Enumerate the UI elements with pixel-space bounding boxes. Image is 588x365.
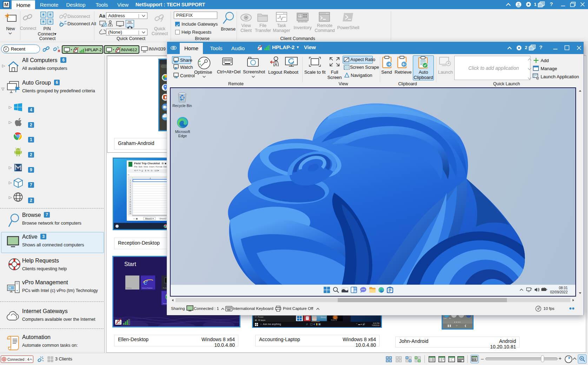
svg-text:A: A — [150, 178, 151, 179]
svg-text:10: 10 — [129, 201, 131, 203]
svg-text:14: 14 — [129, 211, 131, 212]
svg-text:13: 13 — [129, 208, 131, 210]
svg-text:12: 12 — [129, 206, 131, 207]
svg-text:11: 11 — [130, 204, 131, 205]
svg-text:15: 15 — [129, 213, 131, 214]
